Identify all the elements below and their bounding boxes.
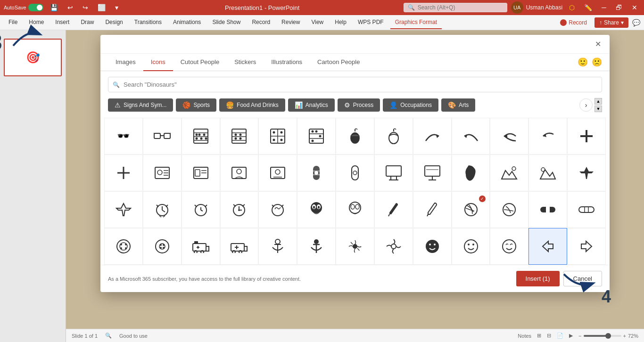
tab-review[interactable]: Review <box>277 16 305 29</box>
global-search[interactable]: 🔍 <box>404 3 507 12</box>
icon-cell-landscape-2[interactable] <box>528 155 567 191</box>
icon-cell-anchor-2[interactable] <box>297 228 336 265</box>
icon-cell-yarn-1[interactable]: ✓ <box>452 191 490 228</box>
icon-cell-airplane-1[interactable] <box>567 155 606 191</box>
pill-arts[interactable]: 🎨 Arts <box>441 98 475 112</box>
icon-cell-bandage-2[interactable] <box>336 155 374 191</box>
icon-cell-needle-1[interactable] <box>374 191 413 228</box>
icon-cell-ambulance-2[interactable] <box>220 228 259 265</box>
pill-food[interactable]: 🍔 Food And Drinks <box>219 98 285 112</box>
share-button[interactable]: ↑ Share ▾ <box>594 17 628 28</box>
icon-cell-abacus[interactable] <box>182 118 220 155</box>
tab-insert[interactable]: Insert <box>50 16 74 29</box>
icon-cell-alarm-3[interactable] <box>220 191 259 228</box>
redo-icon[interactable]: ↪ <box>80 3 91 12</box>
restore-icon[interactable]: 🗗 <box>613 3 625 12</box>
tab-graphics-format[interactable]: Graphics Format <box>390 16 442 29</box>
icon-cell-3d-glasses[interactable]: 🕶️ <box>104 118 143 155</box>
icon-cell-billboard-2[interactable] <box>413 155 452 191</box>
icon-cell-arrow-selected-2[interactable] <box>567 228 606 265</box>
icon-cell-id-card-2[interactable] <box>182 155 220 191</box>
smiley-icon[interactable]: 🙂 <box>578 57 588 67</box>
icon-cell-bandage-1[interactable] <box>297 155 336 191</box>
pill-sports[interactable]: 🏀 Sports <box>176 98 216 112</box>
icon-search-input[interactable] <box>108 77 602 92</box>
icon-cell-anchor-1[interactable] <box>258 228 297 265</box>
insert-button[interactable]: Insert (1) <box>516 271 560 286</box>
tab-stickers[interactable]: Stickers <box>227 54 264 71</box>
icon-cell-alarm-4[interactable] <box>258 191 297 228</box>
icon-cell-africa[interactable] <box>452 155 490 191</box>
comment-icon[interactable]: 💬 <box>632 19 640 26</box>
icon-cell-plus-2[interactable] <box>104 155 143 191</box>
icon-cell-needle-2[interactable] <box>413 191 452 228</box>
autosave-area[interactable]: AutoSave <box>4 4 43 11</box>
icon-cell-emoji-smile-1[interactable] <box>413 228 452 265</box>
icon-cell-alarm-1[interactable] <box>143 191 182 228</box>
icon-cell-arrow-curve-1[interactable] <box>413 118 452 155</box>
tab-wpspdf[interactable]: WPS PDF <box>353 16 388 29</box>
icon-cell-emoji-smile-2[interactable] <box>452 228 490 265</box>
icon-cell-emoji-smile-3[interactable] <box>490 228 528 265</box>
icon-cell-alarm-2[interactable] <box>182 191 220 228</box>
autosave-toggle[interactable] <box>28 4 43 11</box>
icon-cell-button-2[interactable] <box>143 228 182 265</box>
category-nav-right[interactable]: › <box>579 98 593 112</box>
tab-record[interactable]: Record <box>247 16 275 29</box>
icon-cell-id-card-3[interactable] <box>220 155 259 191</box>
pill-analytics[interactable]: 📊 Analytics <box>288 98 335 112</box>
tab-slideshow[interactable]: Slide Show <box>207 16 245 29</box>
minimize-icon[interactable]: ─ <box>599 3 609 12</box>
presenter-icon[interactable]: ⬜ <box>95 3 108 12</box>
tab-transitions[interactable]: Transitions <box>130 16 166 29</box>
icon-cell-anemone-1[interactable] <box>336 228 374 265</box>
tab-images[interactable]: Images <box>108 54 143 71</box>
tab-cutout-people[interactable]: Cutout People <box>173 54 227 71</box>
icon-cell-abacus-2[interactable] <box>220 118 259 155</box>
icon-cell-airplane-2[interactable] <box>104 191 143 228</box>
tab-draw[interactable]: Draw <box>76 16 99 29</box>
icon-cell-button-1[interactable] <box>104 228 143 265</box>
scroll-down-icon[interactable]: ▼ <box>594 106 602 112</box>
pen-icon[interactable]: ✏️ <box>581 3 595 12</box>
tab-view[interactable]: View <box>306 16 328 29</box>
tab-cartoon-people[interactable]: Cartoon People <box>310 54 367 71</box>
record-button[interactable]: Record <box>556 17 591 28</box>
more-icon[interactable]: ▾ <box>112 3 121 12</box>
save-icon[interactable]: 💾 <box>47 3 61 12</box>
undo-icon[interactable]: ↩ <box>65 3 76 12</box>
icon-cell-3d-glasses-2[interactable] <box>143 118 182 155</box>
icon-cell-arrow-left-2[interactable] <box>528 118 567 155</box>
search-input[interactable] <box>418 4 503 11</box>
tab-icons[interactable]: Icons <box>143 54 173 71</box>
icon-cell-acorn[interactable] <box>336 118 374 155</box>
icon-cell-plus-1[interactable] <box>567 118 606 155</box>
icon-cell-id-card-1[interactable] <box>143 155 182 191</box>
icon-cell-yarn-2[interactable] <box>490 191 528 228</box>
icon-cell-acorn-2[interactable] <box>374 118 413 155</box>
tab-help[interactable]: Help <box>330 16 351 29</box>
icon-cell-tape-1[interactable] <box>528 191 567 228</box>
scroll-up-icon[interactable]: ▲ <box>594 98 602 105</box>
icon-cell-alien-1[interactable] <box>297 191 336 228</box>
tab-animations[interactable]: Animations <box>168 16 206 29</box>
pill-occupations[interactable]: 👤 Occupations <box>383 98 438 112</box>
tab-illustrations[interactable]: Illustrations <box>264 54 310 71</box>
icon-cell-abacus-4[interactable] <box>297 118 336 155</box>
tab-design[interactable]: Design <box>100 16 127 29</box>
icon-cell-abacus-3[interactable] <box>258 118 297 155</box>
icon-cell-alien-2[interactable] <box>336 191 374 228</box>
icon-cell-billboard-1[interactable] <box>374 155 413 191</box>
icon-cell-landscape-1[interactable] <box>490 155 528 191</box>
sad-icon[interactable]: 🙁 <box>592 57 602 67</box>
close-icon[interactable]: ✕ <box>629 3 640 12</box>
wps-icon[interactable]: ⬡ <box>566 3 578 12</box>
icon-cell-arrow-selected[interactable] <box>528 228 567 265</box>
icon-cell-anemone-2[interactable] <box>374 228 413 265</box>
pill-process[interactable]: ⚙ Process <box>338 98 380 112</box>
icon-cell-arrow-left-1[interactable] <box>490 118 528 155</box>
pill-signs[interactable]: ⚠ Signs And Sym... <box>108 98 173 112</box>
icon-cell-id-card-4[interactable] <box>258 155 297 191</box>
cancel-button[interactable]: Cancel <box>563 271 602 286</box>
icon-cell-tape-2[interactable] <box>567 191 606 228</box>
